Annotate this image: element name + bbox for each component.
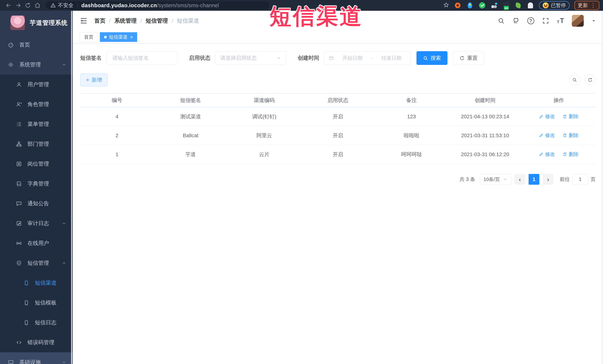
browser-chrome: 不安全 dashboard.yudao.iocoder.cn /system/s… [0,0,603,11]
close-icon[interactable]: × [130,35,133,40]
top-navbar: 首页 / 系统管理 / 短信管理 / 短信渠道 ? T T [73,11,603,31]
sidebar-item-users[interactable]: 用户管理 [0,75,73,94]
shield-check-icon [16,260,22,266]
cell-created: 2021-03-31 06:12:20 [448,145,522,164]
breadcrumb-home[interactable]: 首页 [94,17,105,25]
sms-channel-table: 编号 短信签名 渠道编码 启用状态 备注 创建时间 操作 4 测试渠道 [80,93,596,164]
sidebar-item-audit-logs[interactable]: 审计日志 [0,213,73,233]
tags-view-bar: 首页 短信渠道 × [73,31,603,43]
help-icon[interactable]: ? [527,17,534,24]
sidebar-item-label: 角色管理 [27,101,49,108]
toggle-search-button[interactable] [569,75,580,85]
browser-back-button[interactable] [4,0,13,10]
browser-home-button[interactable] [33,0,42,10]
search-icon[interactable] [498,17,505,24]
book-icon [16,181,22,187]
sidebar-item-roles[interactable]: 角色管理 [0,94,73,114]
refresh-icon [588,77,593,82]
extension-icon-green-check[interactable] [478,1,486,10]
edit-link[interactable]: 修改 [539,132,555,139]
phone-icon [23,280,29,286]
extension-icon-ghost[interactable] [527,1,534,10]
gear-icon [8,62,14,68]
delete-link[interactable]: 删除 [563,132,579,139]
filter-form: 短信签名 启用状态 请选择启用状态 创建时间 开始日期 - 结束日期 [80,51,596,65]
breadcrumb-system[interactable]: 系统管理 [114,17,137,25]
sidebar-item-sms-channel[interactable]: 短信渠道 [0,273,73,293]
edit-link[interactable]: 修改 [539,113,555,120]
sidebar-item-label: 基础设施 [19,359,41,364]
search-button[interactable]: 搜索 [417,51,447,65]
sign-filter-input[interactable] [106,51,177,65]
sidebar-item-label: 短信渠道 [35,279,57,287]
url-separator [77,3,78,8]
sidebar-scrollbar[interactable] [71,11,72,364]
sidebar-item-posts[interactable]: 岗位管理 [0,154,73,174]
breadcrumb-sms[interactable]: 短信管理 [146,17,168,25]
column-header-sign: 短信签名 [154,93,228,107]
sidebar-item-sms-template[interactable]: 短信模板 [0,293,73,313]
sidebar-item-label: 短信模板 [35,299,57,307]
sidebar-item-error-codes[interactable]: 错误码管理 [0,332,73,352]
avatar-caret-down-icon[interactable] [591,19,596,23]
page-size-select[interactable]: 10条/页 [480,174,511,185]
font-size-small-glyph: T [557,20,559,24]
sidebar-item-notices[interactable]: 通知公告 [0,194,73,213]
sidebar-item-online-users[interactable]: 在线用户 [0,233,73,253]
column-header-id: 编号 [80,93,154,107]
reset-button[interactable]: 重置 [453,51,484,65]
extension-icon-orange[interactable] [454,1,461,10]
address-bar[interactable]: 不安全 dashboard.yudao.iocoder.cn /system/s… [46,1,269,10]
edit-link[interactable]: 修改 [539,151,555,158]
browser-forward-button[interactable] [13,0,23,10]
app-logo-image [10,16,25,30]
font-size-icon[interactable]: T T [557,17,564,24]
fullscreen-icon[interactable] [542,17,549,24]
prev-page-button[interactable]: ‹ [514,174,525,185]
table-row: 1 芋道 云片 开启 呵呵呵哒 2021-03-31 06:12:20 修改 删… [80,145,596,164]
paused-extension-pill[interactable]: 已暂停 [539,1,569,10]
sidebar-item-label: 审计日志 [27,220,49,227]
extension-icon-on-badge[interactable]: on [503,2,510,9]
tab-home[interactable]: 首页 [80,32,98,42]
user-avatar[interactable] [572,15,584,27]
status-filter-select[interactable]: 请选择启用状态 [215,51,286,65]
add-button[interactable]: + 新增 [80,73,108,86]
sidebar-item-sms-log[interactable]: 短信日志 [0,313,73,332]
goto-page-input[interactable] [572,174,588,185]
page-number-active[interactable]: 1 [529,174,539,185]
cell-actions: 修改 删除 [522,145,596,164]
sidebar-item-dicts[interactable]: 字典管理 [0,174,73,194]
delete-link[interactable]: 删除 [563,151,579,158]
sidebar-collapse-icon[interactable] [80,17,88,25]
date-range-picker[interactable]: 开始日期 - 结束日期 [324,51,411,65]
tab-sms-channel[interactable]: 短信渠道 × [100,32,137,42]
next-page-button[interactable]: › [543,174,554,185]
phone-icon [23,300,29,306]
sidebar-item-sms[interactable]: 短信管理 [0,253,73,273]
end-date-placeholder: 结束日期 [377,55,406,61]
code-icon [16,340,22,345]
cell-code: 调试(钉钉) [227,107,301,126]
github-icon[interactable] [512,17,520,24]
chevron-down-icon [503,177,508,182]
app-logo-row[interactable]: 芋道管理系统 [0,11,73,35]
window-scrollbar[interactable] [602,11,603,364]
delete-link[interactable]: 删除 [563,113,579,120]
sidebar-item-home[interactable]: 首页 [0,35,73,55]
browser-update-menu-button[interactable]: 更新 ⋮ [574,1,599,10]
sidebar-item-system[interactable]: 系统管理 [0,55,73,75]
sidebar-item-infrastructure[interactable]: 基础设施 [0,352,73,364]
sidebar-item-menus[interactable]: 菜单管理 [0,114,73,134]
cell-status: 开启 [301,107,375,126]
extension-icon-people[interactable] [491,1,498,10]
bookmark-star-icon[interactable] [443,2,449,9]
extension-icon-leaf[interactable] [514,1,522,10]
browser-reload-button[interactable] [23,0,33,10]
search-icon [572,77,577,82]
search-icon [423,56,428,61]
main-area: 首页 / 系统管理 / 短信管理 / 短信渠道 ? T T [73,11,603,364]
refresh-table-button[interactable] [585,75,596,85]
extension-icon-pin[interactable] [466,1,474,10]
sidebar-item-departments[interactable]: 部门管理 [0,134,73,154]
